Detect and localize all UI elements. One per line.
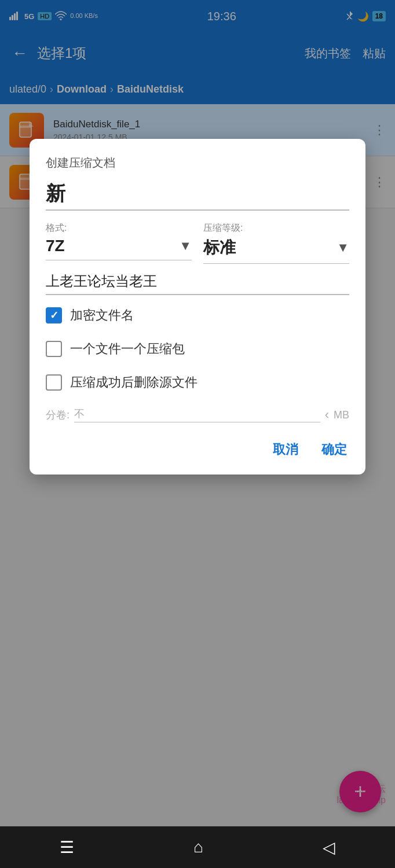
one-file-per-archive-label: 一个文件一个压缩包	[70, 340, 185, 358]
level-group: 压缩等级: 标准 ▼	[203, 222, 349, 264]
split-row: 分卷: ‹ MB	[46, 407, 349, 422]
nav-menu-button[interactable]: ☰	[60, 838, 74, 857]
cancel-button[interactable]: 取消	[270, 436, 301, 463]
bottom-nav: ☰ ⌂ ◁	[0, 826, 395, 868]
dialog-title: 创建压缩文档	[46, 155, 349, 171]
one-file-per-archive-checkbox[interactable]	[46, 341, 62, 357]
delete-source-checkbox[interactable]	[46, 374, 62, 391]
level-dropdown-arrow: ▼	[337, 240, 349, 255]
format-select[interactable]: 7Z ▼	[46, 237, 192, 260]
split-label: 分卷:	[46, 408, 70, 422]
create-archive-dialog: 创建压缩文档 格式: 7Z ▼ 压缩等级: 标准 ▼ 加密文件名 一个文件一个压…	[30, 139, 365, 475]
split-unit: MB	[334, 409, 349, 421]
encrypt-filename-label: 加密文件名	[70, 307, 134, 324]
encrypt-filename-checkbox[interactable]	[46, 307, 62, 323]
split-input[interactable]	[74, 407, 320, 422]
level-label: 压缩等级:	[203, 222, 349, 234]
format-dropdown-arrow: ▼	[179, 238, 192, 253]
nav-back-button[interactable]: ◁	[323, 838, 335, 857]
format-label: 格式:	[46, 222, 192, 234]
format-row: 格式: 7Z ▼ 压缩等级: 标准 ▼	[46, 222, 349, 264]
delete-source-label: 压缩成功后删除源文件	[70, 374, 198, 391]
dialog-buttons: 取消 确定	[46, 436, 349, 463]
level-value: 标准	[203, 237, 333, 259]
split-decrement-icon[interactable]: ‹	[325, 407, 329, 422]
format-group: 格式: 7Z ▼	[46, 222, 192, 264]
delete-source-row: 压缩成功后删除源文件	[46, 374, 349, 391]
password-input[interactable]	[46, 273, 349, 295]
encrypt-filename-row: 加密文件名	[46, 307, 349, 324]
filename-input[interactable]	[46, 182, 349, 211]
level-select[interactable]: 标准 ▼	[203, 237, 349, 264]
one-file-per-archive-row: 一个文件一个压缩包	[46, 340, 349, 358]
format-value: 7Z	[46, 237, 175, 255]
confirm-button[interactable]: 确定	[319, 436, 349, 463]
nav-home-button[interactable]: ⌂	[193, 838, 203, 856]
